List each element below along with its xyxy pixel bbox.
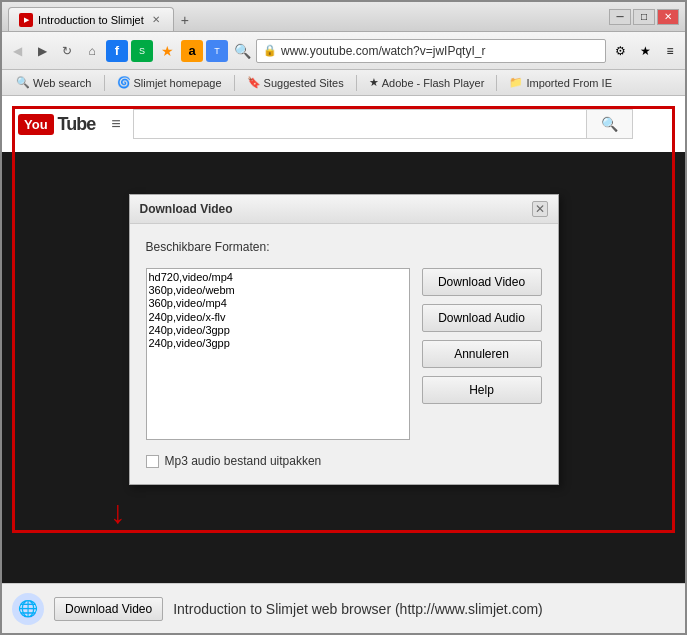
amazon-icon[interactable]: a — [181, 40, 203, 62]
format-list-container: hd720,video/mp4 360p,video/webm 360p,vid… — [146, 268, 410, 440]
main-content: You Tube ≡ 🔍 ↓ Download Video ✕ — [2, 96, 685, 583]
dialog-close-button[interactable]: ✕ — [532, 201, 548, 217]
format-option-5[interactable]: 240p,video/3gpp — [149, 324, 407, 337]
bookmark-separator-1 — [104, 75, 105, 91]
bookmark-separator-3 — [356, 75, 357, 91]
address-bar-container: 🔒 — [256, 39, 606, 63]
cancel-button[interactable]: Annuleren — [422, 340, 542, 368]
bookmark-slimjet-homepage[interactable]: 🌀 Slimjet homepage — [109, 74, 230, 91]
bookmark-adobe-flash[interactable]: ★ Adobe - Flash Player — [361, 74, 493, 91]
download-video-button[interactable]: Download Video — [422, 268, 542, 296]
tab-title: Introduction to Slimjet — [38, 14, 144, 26]
download-audio-button[interactable]: Download Audio — [422, 304, 542, 332]
back-button[interactable]: ◀ — [6, 40, 28, 62]
format-option-4[interactable]: 240p,video/x-flv — [149, 311, 407, 324]
tab-bar: Introduction to Slimjet ✕ + — [8, 2, 609, 31]
imported-from-ie-icon: 📁 — [509, 76, 523, 89]
title-bar: Introduction to Slimjet ✕ + ─ □ ✕ — [2, 2, 685, 32]
bookmark-label: Web search — [33, 77, 92, 89]
bookmark-separator-4 — [496, 75, 497, 91]
slimjet-icon[interactable]: S — [131, 40, 153, 62]
minimize-button[interactable]: ─ — [609, 9, 631, 25]
extension-icon-1[interactable]: ⚙ — [609, 40, 631, 62]
bookmark-web-search[interactable]: 🔍 Web search — [8, 74, 100, 91]
help-button[interactable]: Help — [422, 376, 542, 404]
dialog-main-row: hd720,video/mp4 360p,video/webm 360p,vid… — [146, 268, 542, 440]
status-bar: 🌐 Download Video Introduction to Slimjet… — [2, 583, 685, 633]
format-option-6[interactable]: 240p,video/3gpp — [149, 337, 407, 350]
new-tab-button[interactable]: + — [174, 9, 196, 31]
status-download-button[interactable]: Download Video — [54, 597, 163, 621]
dialog-body: Beschikbare Formaten: hd720,video/mp4 36… — [130, 224, 558, 484]
tab-favicon — [19, 13, 33, 27]
facebook-icon[interactable]: f — [106, 40, 128, 62]
formats-label: Beschikbare Formaten: — [146, 240, 542, 254]
tab-close-btn[interactable]: ✕ — [149, 13, 163, 27]
dialog-footer: Mp3 audio bestand uitpakken — [146, 450, 542, 468]
bookmark-imported-from-ie[interactable]: 📁 Imported From IE — [501, 74, 620, 91]
mp3-checkbox[interactable] — [146, 455, 159, 468]
mp3-checkbox-label: Mp3 audio bestand uitpakken — [165, 454, 322, 468]
format-option-2[interactable]: 360p,video/webm — [149, 284, 407, 297]
bookmark-label: Slimjet homepage — [134, 77, 222, 89]
bookmark-separator-2 — [234, 75, 235, 91]
suggested-sites-icon: 🔖 — [247, 76, 261, 89]
forward-button[interactable]: ▶ — [31, 40, 53, 62]
download-dialog: Download Video ✕ Beschikbare Formaten: h… — [129, 194, 559, 485]
quick-search-icon[interactable]: 🔍 — [231, 40, 253, 62]
active-tab[interactable]: Introduction to Slimjet ✕ — [8, 7, 174, 31]
maximize-button[interactable]: □ — [633, 9, 655, 25]
extension-icon-2[interactable]: ★ — [634, 40, 656, 62]
status-text: Introduction to Slimjet web browser (htt… — [173, 601, 543, 617]
bookmark-suggested-sites[interactable]: 🔖 Suggested Sites — [239, 74, 352, 91]
format-list[interactable]: hd720,video/mp4 360p,video/webm 360p,vid… — [147, 269, 409, 439]
dialog-buttons: Download Video Download Audio Annuleren … — [422, 268, 542, 440]
web-search-icon: 🔍 — [16, 76, 30, 89]
home-button[interactable]: ⌂ — [81, 40, 103, 62]
window-controls: ─ □ ✕ — [609, 9, 679, 25]
bookmark-label: Suggested Sites — [264, 77, 344, 89]
browser-frame: Introduction to Slimjet ✕ + ─ □ ✕ ◀ ▶ ↻ … — [0, 0, 687, 635]
favorites-icon[interactable]: ★ — [156, 40, 178, 62]
adobe-flash-icon: ★ — [369, 76, 379, 89]
bookmark-label: Imported From IE — [526, 77, 612, 89]
refresh-button[interactable]: ↻ — [56, 40, 78, 62]
navigation-bar: ◀ ▶ ↻ ⌂ f S ★ a T 🔍 🔒 ⚙ ★ ≡ — [2, 32, 685, 70]
bookmark-label: Adobe - Flash Player — [382, 77, 485, 89]
address-bar[interactable] — [281, 44, 599, 58]
dialog-overlay: Download Video ✕ Beschikbare Formaten: h… — [2, 96, 685, 583]
download-status-icon: 🌐 — [12, 593, 44, 625]
slimjet-homepage-icon: 🌀 — [117, 76, 131, 89]
translate-icon[interactable]: T — [206, 40, 228, 62]
dialog-title: Download Video — [140, 202, 233, 216]
format-option-1[interactable]: hd720,video/mp4 — [149, 271, 407, 284]
dialog-title-bar: Download Video ✕ — [130, 195, 558, 224]
bookmarks-bar: 🔍 Web search 🌀 Slimjet homepage 🔖 Sugges… — [2, 70, 685, 96]
close-button[interactable]: ✕ — [657, 9, 679, 25]
format-option-3[interactable]: 360p,video/mp4 — [149, 297, 407, 310]
lock-icon: 🔒 — [263, 44, 277, 57]
extension-icon-3[interactable]: ≡ — [659, 40, 681, 62]
